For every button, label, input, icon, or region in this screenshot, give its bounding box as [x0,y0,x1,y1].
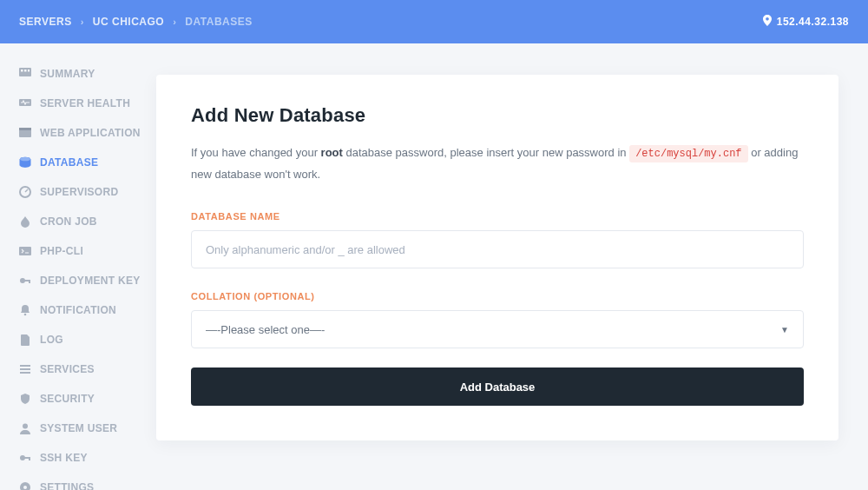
sidebar-item-web-application[interactable]: WEB APPLICATION [19,127,156,139]
add-database-button[interactable]: Add Database [191,368,804,406]
file-icon [19,334,31,346]
sidebar-item-label: SECURITY [40,393,95,405]
sidebar-item-label: SUMMARY [40,68,95,80]
breadcrumb-item-servers[interactable]: SERVERS [19,16,72,28]
svg-rect-0 [19,68,31,76]
sidebar-item-label: SERVICES [40,363,95,375]
breadcrumb-item-server-name[interactable]: UC CHICAGO [93,16,164,28]
page-description: If you have changed your root database p… [191,142,804,185]
droplet-icon [19,215,31,228]
breadcrumb-item-current: DATABASES [185,16,252,28]
page-title: Add New Database [191,104,804,127]
sidebar-item-database[interactable]: DATABASE [19,156,156,169]
sidebar-item-label: SSH KEY [40,452,88,464]
sidebar-item-supervisord[interactable]: SUPERVISORD [19,186,156,198]
sidebar-item-system-user[interactable]: SYSTEM USER [19,422,156,434]
svg-rect-17 [20,372,30,374]
svg-rect-2 [24,70,27,72]
sidebar-item-cron-job[interactable]: CRON JOB [19,215,156,228]
svg-rect-3 [28,70,30,72]
svg-rect-10 [19,247,31,255]
sidebar: SUMMARY SERVER HEALTH WEB APPLICATION DA… [0,43,156,490]
database-icon [19,156,31,169]
user-icon [19,422,31,434]
chevron-right-icon: › [81,17,84,27]
svg-point-8 [20,157,30,162]
shield-icon [19,393,31,405]
database-name-input[interactable] [191,230,804,268]
svg-rect-1 [21,70,23,72]
config-path-code: /etc/mysql/my.cnf [629,145,747,162]
heartbeat-icon [19,97,31,109]
chevron-down-icon: ▼ [780,325,789,334]
sidebar-item-label: PHP-CLI [40,245,83,257]
sidebar-item-label: SETTINGS [40,481,94,490]
map-pin-icon [763,15,772,29]
gauge-icon [19,186,31,198]
svg-rect-21 [29,457,30,460]
grid-icon [19,68,31,80]
sliders-icon [19,363,31,375]
database-name-label: DATABASE NAME [191,211,804,222]
browser-icon [19,127,31,139]
bell-icon [19,304,31,316]
sidebar-item-log[interactable]: LOG [19,334,156,346]
sidebar-item-label: DEPLOYMENT KEY [40,275,141,287]
sidebar-item-label: SYSTEM USER [40,422,117,434]
svg-rect-6 [19,128,31,130]
chevron-right-icon: › [173,17,176,27]
sidebar-item-label: SUPERVISORD [40,186,118,198]
ip-address[interactable]: 152.44.32.138 [763,15,849,29]
sidebar-item-services[interactable]: SERVICES [19,363,156,375]
sidebar-item-security[interactable]: SECURITY [19,393,156,405]
sidebar-item-deployment-key[interactable]: DEPLOYMENT KEY [19,275,156,287]
sidebar-item-label: NOTIFICATION [40,304,116,316]
sidebar-item-settings[interactable]: SETTINGS [19,481,156,490]
sidebar-item-label: DATABASE [40,156,98,169]
sidebar-item-ssh-key[interactable]: SSH KEY [19,452,156,464]
sidebar-item-php-cli[interactable]: PHP-CLI [19,245,156,257]
svg-rect-15 [20,365,30,367]
sidebar-item-label: SERVER HEALTH [40,97,130,109]
key-icon [19,452,31,464]
svg-point-23 [23,486,27,489]
key-icon [19,275,31,287]
ip-address-text: 152.44.32.138 [777,16,849,28]
svg-rect-16 [20,368,30,370]
collation-label: COLLATION (OPTIONAL) [191,291,804,301]
sidebar-item-label: CRON JOB [40,215,97,228]
svg-point-14 [24,314,27,316]
breadcrumb: SERVERS › UC CHICAGO › DATABASES [19,16,253,28]
collation-selected-text: —-Please select one—- [206,323,325,336]
gear-icon [19,481,31,490]
sidebar-item-notification[interactable]: NOTIFICATION [19,304,156,316]
sidebar-item-server-health[interactable]: SERVER HEALTH [19,97,156,109]
svg-rect-13 [29,280,30,283]
sidebar-item-summary[interactable]: SUMMARY [19,68,156,80]
collation-select[interactable]: —-Please select one—- ▼ [191,310,804,348]
svg-point-18 [23,424,28,429]
sidebar-item-label: WEB APPLICATION [40,127,141,139]
topbar: SERVERS › UC CHICAGO › DATABASES 152.44.… [0,0,868,43]
terminal-icon [19,245,31,257]
add-database-card: Add New Database If you have changed you… [156,75,838,440]
sidebar-item-label: LOG [40,334,63,346]
